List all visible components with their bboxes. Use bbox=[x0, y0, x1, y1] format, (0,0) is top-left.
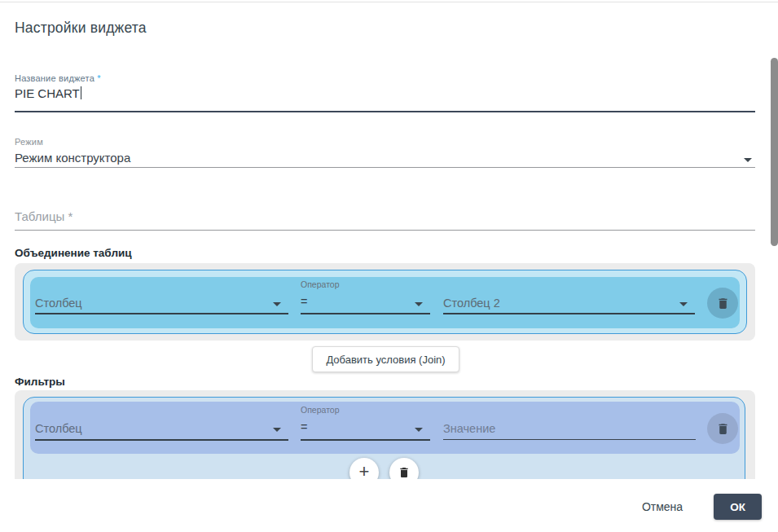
select-underline bbox=[301, 439, 430, 441]
filter-condition-row: Столбец Оператор = Значение bbox=[30, 402, 740, 454]
mode-select[interactable]: Режим Режим конструктора bbox=[15, 135, 755, 169]
select-underline bbox=[35, 313, 288, 314]
trash-icon bbox=[716, 422, 730, 436]
trash-icon bbox=[398, 466, 411, 479]
tables-underline bbox=[15, 230, 755, 231]
join-section-container: Столбец Оператор = Столбец 2 bbox=[15, 263, 755, 341]
chevron-down-icon bbox=[679, 302, 688, 306]
dialog-scroll-area: Название виджета * PIE CHART Режим Режим… bbox=[0, 0, 767, 479]
widget-settings-dialog: { "dialog": { "title": "Настройки виджет… bbox=[0, 0, 778, 532]
join-column2-placeholder: Столбец 2 bbox=[443, 297, 500, 310]
widget-name-underline bbox=[15, 111, 755, 112]
filter-column-placeholder: Столбец bbox=[35, 422, 82, 435]
join-operator-select[interactable]: Оператор = bbox=[301, 277, 435, 328]
join-card: Столбец Оператор = Столбец 2 bbox=[23, 270, 747, 334]
chevron-down-icon bbox=[415, 302, 423, 306]
delete-join-row-button[interactable] bbox=[707, 288, 738, 319]
chevron-down-icon bbox=[744, 158, 752, 162]
operator-label: Оператор bbox=[301, 405, 340, 415]
widget-name-value: PIE CHART bbox=[15, 86, 81, 100]
required-asterisk: * bbox=[97, 73, 100, 83]
mode-label: Режим bbox=[15, 137, 43, 147]
filters-section-container: Столбец Оператор = Значение bbox=[15, 390, 755, 479]
chevron-down-icon bbox=[415, 428, 423, 432]
plus-icon: + bbox=[359, 463, 370, 479]
operator-label: Оператор bbox=[301, 279, 340, 289]
mode-underline bbox=[15, 167, 755, 168]
filter-value-input[interactable]: Значение bbox=[443, 402, 700, 454]
cancel-button[interactable]: Отмена bbox=[636, 498, 688, 516]
mode-value: Режим конструктора bbox=[15, 151, 130, 165]
delete-filter-row-button[interactable] bbox=[707, 413, 738, 444]
select-underline bbox=[35, 439, 288, 441]
filter-operator-select[interactable]: Оператор = bbox=[301, 402, 435, 454]
join-section-title: Объединение таблиц bbox=[15, 247, 132, 259]
join-condition-row: Столбец Оператор = Столбец 2 bbox=[30, 277, 740, 328]
select-underline bbox=[301, 313, 430, 314]
filter-column-select[interactable]: Столбец bbox=[35, 402, 293, 454]
ok-button[interactable]: ОК bbox=[714, 494, 762, 520]
operator-value: = bbox=[301, 420, 307, 433]
operator-value: = bbox=[301, 295, 307, 308]
join-column2-select[interactable]: Столбец 2 bbox=[443, 277, 700, 328]
chevron-down-icon bbox=[273, 428, 281, 432]
chevron-down-icon bbox=[273, 302, 281, 306]
filters-card: Столбец Оператор = Значение bbox=[23, 397, 745, 479]
input-underline bbox=[443, 439, 696, 440]
scrollbar-thumb[interactable] bbox=[771, 58, 778, 246]
tables-field[interactable]: Таблицы * bbox=[15, 205, 755, 231]
select-underline bbox=[443, 313, 695, 314]
trash-icon bbox=[716, 297, 730, 310]
join-column-select[interactable]: Столбец bbox=[35, 277, 293, 328]
filters-section-title: Фильтры bbox=[15, 376, 65, 388]
text-cursor bbox=[81, 86, 82, 99]
widget-name-field[interactable]: Название виджета * PIE CHART bbox=[15, 72, 755, 112]
tables-placeholder: Таблицы * bbox=[15, 209, 73, 223]
widget-name-label: Название виджета * bbox=[15, 73, 101, 83]
filter-value-placeholder: Значение bbox=[443, 422, 495, 435]
join-column-placeholder: Столбец bbox=[35, 297, 82, 310]
add-join-condition-button[interactable]: Добавить условия (Join) bbox=[312, 346, 459, 372]
